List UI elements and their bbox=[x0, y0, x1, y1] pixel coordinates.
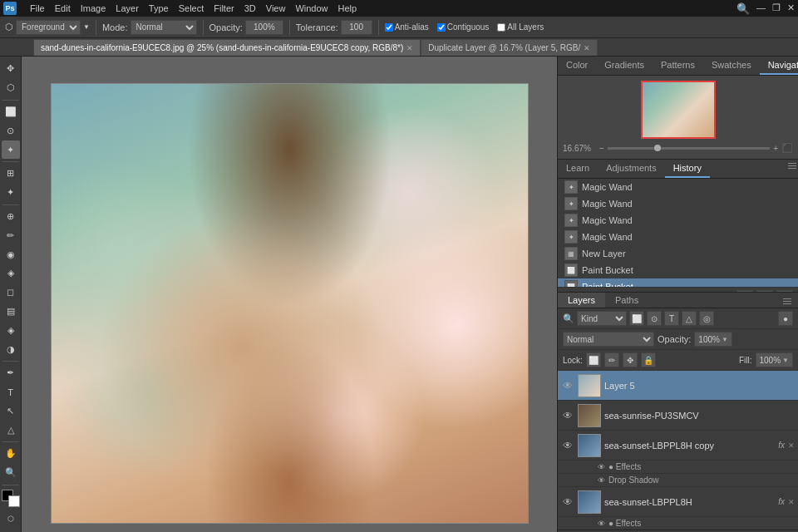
effect-eye[interactable]: 👁 bbox=[598, 463, 605, 471]
lock-position-btn[interactable]: ✥ bbox=[623, 352, 638, 367]
history-item-4[interactable]: ✦ Magic Wand bbox=[558, 229, 798, 245]
history-options-btn[interactable] bbox=[786, 160, 798, 171]
menu-help[interactable]: Help bbox=[338, 3, 357, 13]
menu-filter[interactable]: Filter bbox=[214, 3, 234, 13]
all-layers-checkbox[interactable] bbox=[497, 23, 505, 32]
wand-tool[interactable]: ✦ bbox=[2, 140, 20, 159]
pen-tool[interactable]: ✒ bbox=[2, 364, 20, 382]
tab-navigator[interactable]: Navigator bbox=[760, 57, 798, 75]
blur-tool[interactable]: ◈ bbox=[2, 321, 20, 339]
opacity-input[interactable] bbox=[245, 20, 283, 35]
layers-section: Layers Paths 🔍 Kind ⬜ ⊙ T △ ◎ ● bbox=[558, 293, 798, 532]
history-item-3[interactable]: ✦ Magic Wand bbox=[558, 212, 798, 229]
dodge-tool[interactable]: ◑ bbox=[2, 340, 20, 358]
search-btn[interactable]: 🔍 bbox=[736, 2, 750, 15]
menu-view[interactable]: View bbox=[266, 3, 286, 13]
tolerance-input[interactable] bbox=[341, 20, 372, 35]
effect-item-eye[interactable]: 👁 bbox=[598, 476, 605, 485]
foreground-select[interactable]: Foreground bbox=[16, 20, 81, 35]
hand-tool[interactable]: ✋ bbox=[2, 445, 20, 463]
text-tool[interactable]: T bbox=[2, 383, 20, 401]
tab-swatches[interactable]: Swatches bbox=[703, 57, 760, 75]
contiguous-checkbox[interactable] bbox=[437, 23, 446, 32]
history-item-7[interactable]: ⬜ Paint Bucket bbox=[558, 278, 798, 287]
tab-document-1[interactable]: sand-dunes-in-california-E9UCEC8.jpg @ 2… bbox=[33, 39, 421, 56]
antialias-checkbox[interactable] bbox=[385, 23, 393, 32]
eraser-tool[interactable]: ◻ bbox=[2, 283, 20, 302]
fill-arrow[interactable]: ▼ bbox=[782, 357, 789, 364]
fg-bg-colors[interactable] bbox=[2, 490, 20, 508]
menu-3d[interactable]: 3D bbox=[244, 3, 256, 13]
opacity-arrow[interactable]: ▼ bbox=[722, 336, 728, 343]
layer-5-visibility[interactable]: 👁 bbox=[561, 379, 574, 392]
tab-close-2[interactable]: ✕ bbox=[584, 44, 590, 52]
path-tool[interactable]: ↖ bbox=[2, 401, 20, 420]
canvas-image[interactable] bbox=[51, 83, 529, 524]
brush-tool[interactable]: ✏ bbox=[2, 226, 20, 244]
zoom-slider[interactable] bbox=[608, 147, 770, 150]
history-item-1[interactable]: ✦ Magic Wand bbox=[558, 179, 798, 195]
zoom-tool[interactable]: 🔍 bbox=[2, 464, 20, 482]
menu-window[interactable]: Window bbox=[295, 3, 328, 13]
layer-item-sunset-copy[interactable]: 👁 sea-sunset-LBPPL8H copy fx ✕ bbox=[558, 431, 798, 461]
minimize-btn[interactable]: — bbox=[756, 2, 766, 15]
lock-all-btn[interactable]: 🔒 bbox=[641, 352, 656, 367]
close-btn[interactable]: ✕ bbox=[787, 2, 795, 15]
layer-item-5[interactable]: 👁 Layer 5 bbox=[558, 371, 798, 401]
filter-shape-btn[interactable]: △ bbox=[682, 311, 697, 326]
layer-sunset-visibility[interactable]: 👁 bbox=[561, 495, 574, 509]
history-item-2[interactable]: ✦ Magic Wand bbox=[558, 195, 798, 212]
layers-options-btn[interactable] bbox=[781, 295, 793, 307]
zoom-out-btn[interactable]: − bbox=[599, 144, 604, 153]
tab-gradients[interactable]: Gradients bbox=[596, 57, 653, 75]
heal-tool[interactable]: ⊕ bbox=[2, 208, 20, 226]
layer-sunset-copy-visibility[interactable]: 👁 bbox=[561, 439, 574, 452]
menu-edit[interactable]: Edit bbox=[55, 3, 71, 13]
shape-tool[interactable]: △ bbox=[2, 421, 20, 439]
tab-adjustments[interactable]: Adjustments bbox=[598, 160, 665, 178]
filter-text-btn[interactable]: T bbox=[664, 311, 679, 326]
lock-transparent-btn[interactable]: ⬜ bbox=[586, 352, 601, 367]
nav-fullscreen-btn[interactable]: ⬛ bbox=[781, 142, 793, 154]
history-item-5[interactable]: ▦ New Layer bbox=[558, 245, 798, 262]
lock-image-btn[interactable]: ✏ bbox=[604, 352, 619, 367]
clone-tool[interactable]: ◉ bbox=[2, 245, 20, 264]
zoom-in-btn[interactable]: + bbox=[773, 144, 778, 153]
tab-history[interactable]: History bbox=[665, 160, 710, 178]
tab-patterns[interactable]: Patterns bbox=[653, 57, 703, 75]
filter-smart-btn[interactable]: ◎ bbox=[699, 311, 714, 326]
screen-mode-btn[interactable]: ⬛ bbox=[2, 529, 20, 532]
tab-document-2[interactable]: Duplicate Layer @ 16.7% (Layer 5, RGB/ ✕ bbox=[421, 39, 598, 56]
marquee-tool[interactable]: ⬜ bbox=[2, 103, 20, 121]
tab-close-1[interactable]: ✕ bbox=[406, 44, 413, 52]
filter-toggle-btn[interactable]: ● bbox=[778, 311, 793, 326]
menu-select[interactable]: Select bbox=[179, 3, 204, 13]
eyedrop-tool[interactable]: ✦ bbox=[2, 184, 20, 202]
menu-file[interactable]: File bbox=[30, 3, 45, 13]
layer-item-sunset[interactable]: 👁 sea-sunset-LBPPL8H fx ✕ bbox=[558, 487, 798, 517]
filter-pixel-btn[interactable]: ⬜ bbox=[629, 311, 644, 326]
artboard-tool[interactable]: ⬡ bbox=[2, 79, 20, 97]
lasso-tool[interactable]: ⊙ bbox=[2, 121, 20, 140]
move-tool[interactable]: ✥ bbox=[2, 60, 20, 78]
sunset-effect-eye[interactable]: 👁 bbox=[598, 520, 605, 528]
menu-type[interactable]: Type bbox=[149, 3, 169, 13]
menu-image[interactable]: Image bbox=[81, 3, 106, 13]
mode-select[interactable]: Normal bbox=[131, 20, 197, 35]
blend-mode-select[interactable]: Normal bbox=[563, 332, 654, 347]
tab-learn[interactable]: Learn bbox=[558, 160, 598, 178]
tab-color[interactable]: Color bbox=[558, 57, 596, 75]
menu-layer[interactable]: Layer bbox=[116, 3, 139, 13]
gradient-tool[interactable]: ▤ bbox=[2, 303, 20, 321]
filter-adj-btn[interactable]: ⊙ bbox=[647, 311, 662, 326]
history-item-6[interactable]: ⬜ Paint Bucket bbox=[558, 262, 798, 278]
tab-layers[interactable]: Layers bbox=[558, 293, 605, 308]
maximize-btn[interactable]: ❐ bbox=[772, 2, 781, 15]
layer-sunrise-visibility[interactable]: 👁 bbox=[561, 409, 574, 422]
tab-paths[interactable]: Paths bbox=[605, 293, 648, 308]
kind-select[interactable]: Kind bbox=[577, 311, 627, 326]
quick-mask-btn[interactable]: ⬡ bbox=[2, 510, 20, 528]
layer-item-sunrise[interactable]: 👁 sea-sunrise-PU3SMCV bbox=[558, 401, 798, 431]
crop-tool[interactable]: ⊞ bbox=[2, 165, 20, 183]
history-brush-tool[interactable]: ◈ bbox=[2, 264, 20, 283]
